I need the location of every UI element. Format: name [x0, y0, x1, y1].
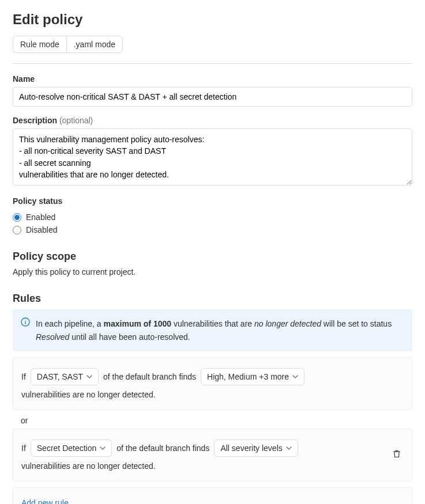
rules-heading: Rules: [13, 293, 412, 305]
trash-icon: [392, 449, 401, 458]
chevron-down-icon: [86, 374, 92, 380]
chevron-down-icon: [100, 445, 106, 451]
page-title: Edit policy: [13, 12, 412, 28]
rule-or-label: or: [21, 416, 412, 425]
policy-status-label: Policy status: [13, 196, 62, 206]
name-label: Name: [13, 74, 35, 84]
scanner-dropdown-1[interactable]: DAST, SAST: [31, 368, 99, 385]
add-rule-card: Add new rule: [13, 487, 412, 504]
policy-scope-heading: Policy scope: [13, 251, 412, 263]
delete-rule-button[interactable]: [390, 447, 404, 463]
rule-row-2: If Secret Detection of the default branc…: [13, 429, 412, 482]
radio-enabled[interactable]: Enabled: [13, 213, 412, 222]
tab-yaml-mode[interactable]: .yaml mode: [66, 36, 123, 53]
rule-if: If: [21, 372, 26, 381]
radio-disabled-input[interactable]: [13, 226, 21, 234]
radio-enabled-label: Enabled: [26, 213, 55, 222]
tab-rule-mode[interactable]: Rule mode: [13, 36, 66, 53]
add-new-rule-link[interactable]: Add new rule: [21, 498, 69, 504]
chevron-down-icon: [286, 445, 292, 451]
description-textarea[interactable]: [13, 128, 412, 185]
mode-tabs: Rule mode .yaml mode: [13, 36, 123, 53]
scanner-dropdown-2[interactable]: Secret Detection: [31, 439, 112, 457]
rule-branch-text: of the default branch finds: [103, 372, 196, 381]
radio-enabled-input[interactable]: [13, 213, 21, 222]
radio-disabled[interactable]: Disabled: [13, 225, 412, 234]
severity-dropdown-1[interactable]: High, Medium +3 more: [201, 368, 304, 385]
radio-disabled-label: Disabled: [26, 225, 57, 234]
severity-dropdown-2[interactable]: All severity levels: [214, 439, 298, 457]
svg-point-2: [25, 320, 25, 320]
rule-suffix-text: vulnerabilities are no longer detected.: [21, 390, 156, 399]
info-icon: [21, 317, 30, 327]
rule-suffix-text: vulnerabilities are no longer detected.: [21, 461, 156, 471]
info-text: In each pipeline, a maximum of 1000 vuln…: [36, 319, 392, 341]
divider: [13, 63, 412, 64]
chevron-down-icon: [292, 374, 298, 380]
rules-info-box: In each pipeline, a maximum of 1000 vuln…: [13, 309, 412, 351]
rule-if: If: [21, 444, 26, 453]
rule-row-1: If DAST, SAST of the default branch find…: [13, 357, 412, 410]
policy-scope-text: Apply this policy to current project.: [13, 267, 412, 276]
optional-hint: (optional): [59, 116, 93, 125]
rule-branch-text: of the default branch finds: [116, 444, 209, 453]
description-label: Description (optional): [13, 116, 93, 125]
name-input[interactable]: [13, 87, 412, 107]
